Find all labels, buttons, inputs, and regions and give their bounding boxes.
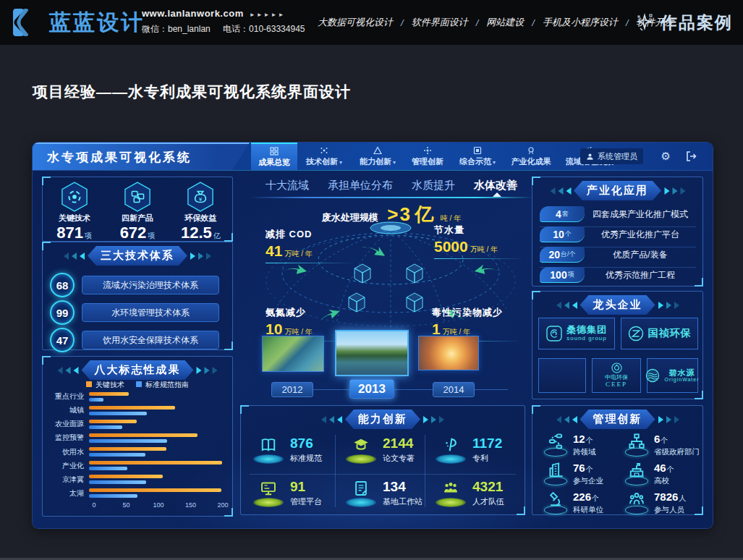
logo-text: 蓝蓝设计 — [49, 8, 145, 38]
capability-panel: 能力创新 876标准规范 2144论文专著 1172专利 — [240, 405, 525, 515]
enterprise-subtitle: OriginWater — [664, 377, 699, 383]
bar-key-tech — [89, 392, 129, 396]
axis-tick: 200 — [217, 501, 228, 509]
logo[interactable]: 蓝蓝设计 — [12, 7, 145, 38]
panel-title: 产业化应用 — [574, 181, 661, 200]
stat-papers: 2144论文专著 — [345, 436, 415, 464]
stat-cross-domain: 12个跨领域 — [544, 433, 596, 457]
chart-x-axis: 050100150200 — [94, 501, 223, 510]
patent-icon — [443, 437, 459, 453]
logout-icon[interactable] — [685, 150, 697, 162]
website: www.lanlanwork.com — [142, 8, 244, 19]
cases-button[interactable]: 作品案例 — [636, 0, 733, 45]
tab-label: 产业化成果 — [511, 156, 551, 167]
achievements-chart-panel: 八大标志性成果 关键技术 标准规范指南 重点行业城镇农业面源监控预警饮用水产业化… — [42, 356, 233, 517]
tab-label: 成果总览 — [258, 157, 290, 168]
metric-label: 毒性污染物减少 — [432, 306, 519, 319]
legend-swatch-standards — [136, 381, 142, 387]
kpi-value: 672 — [120, 224, 147, 242]
tab-industrialization[interactable]: 产业化成果 — [504, 143, 558, 170]
capability-stat-value: 134 — [383, 480, 423, 493]
site-nav: 大数据可视化设计 / 软件界面设计 / 网站建设 / 手机及小程序设计 / 软件… — [316, 0, 676, 45]
panel-header: 管理创新 — [556, 410, 679, 429]
bar-standards — [89, 412, 147, 415]
row-label: 优秀示范推广工程 — [585, 269, 696, 281]
nav-item-software-ui[interactable]: 软件界面设计 — [410, 16, 470, 29]
tab-label: 综合示范 — [459, 157, 491, 166]
capability-stat-label: 基地工作站 — [383, 496, 423, 507]
tech-system-label[interactable]: 流域水污染治理技术体系 — [82, 276, 219, 294]
tab-management-innovation[interactable]: 管理创新 — [404, 143, 451, 170]
capability-stat-value: 91 — [290, 480, 322, 493]
phone-label: 电话：010-63334945 — [223, 24, 305, 34]
industrialization-row: 10个 优秀产业化推广平台 — [540, 226, 696, 247]
year-button-2014[interactable]: 2014 — [433, 382, 475, 397]
nav-item-website[interactable]: 网站建设 — [485, 16, 525, 29]
workflow-icon — [548, 433, 564, 449]
axis-tick: 150 — [185, 501, 196, 509]
user-chip[interactable]: 系统管理员 — [580, 148, 643, 164]
chart-row: 重点行业 — [48, 391, 228, 402]
wechat-label: 微信：ben_lanlan — [142, 24, 211, 34]
nav-separator: / — [619, 17, 635, 28]
tab-comprehensive-demo[interactable]: 综合示范▾ — [451, 143, 504, 170]
logo-ceep: 中电环保 CEEP — [592, 358, 641, 393]
logo-originwater: 碧水源OriginWater — [647, 358, 698, 393]
tab-label: 管理创新 — [412, 156, 443, 167]
kpi-label: 关键技术 — [59, 213, 90, 224]
metric-label: 减排 COD — [266, 228, 352, 241]
legend-label: 关键技术 — [95, 381, 124, 389]
metric-label: 氨氮减少 — [266, 306, 352, 319]
stat-label: 省级政府部门 — [654, 447, 700, 457]
panel-title: 能力创新 — [345, 410, 420, 429]
page: 蓝蓝设计 www.lanlanwork.com►►►►► 微信：ben_lanl… — [0, 0, 743, 560]
tech-system-label[interactable]: 饮用水安全保障技术体系 — [82, 331, 219, 349]
capability-stat-value: 2144 — [383, 436, 415, 450]
year-button-2013[interactable]: 2013 — [349, 379, 394, 399]
tab-ten-basins[interactable]: 十大流域 — [266, 179, 309, 192]
capability-stat-label: 人才队伍 — [472, 496, 504, 507]
achievements-chart-rows: 重点行业城镇农业面源监控预警饮用水产业化京津冀太湖 — [48, 391, 228, 499]
panel-title: 龙头企业 — [580, 295, 655, 315]
tab-capability-innovation[interactable]: 能力创新▾ — [351, 143, 404, 170]
chart-category-label: 饮用水 — [48, 447, 89, 457]
lanlan-logo-icon — [12, 7, 43, 38]
year-button-2012[interactable]: 2012 — [271, 382, 313, 397]
bar-key-tech — [89, 406, 175, 410]
industrialization-panel: 产业化应用 4套 四套成果产业化推广模式 10个 优秀产业化推广平台 20台/个… — [532, 177, 703, 287]
nav-separator: / — [394, 17, 410, 28]
tech-system-label[interactable]: 水环境管理技术体系 — [82, 303, 219, 322]
tab-tech-innovation[interactable]: 技术创新▾ — [297, 143, 351, 170]
management-panel: 管理创新 12个跨领域 6个省级政府部门 76个参与企业 46个高校 2 — [532, 405, 703, 515]
chart-row: 城镇 — [48, 405, 228, 415]
ceep-logo-icon — [611, 362, 622, 373]
axis-tick: 0 — [92, 501, 95, 509]
center-tabs: 十大流域 承担单位分布 水质提升 水体改善 — [250, 179, 533, 192]
stat-standards: 876标准规范 — [252, 436, 322, 464]
settings-gear-icon[interactable]: ⚙ — [661, 149, 671, 164]
metric-unit: 万吨 / 年 — [443, 328, 470, 336]
money-bag-icon: ¥ — [187, 182, 214, 212]
count-badge: 68 — [50, 273, 75, 297]
tab-water-improvement[interactable]: 水体改善 — [474, 179, 517, 192]
kpi-unit: 项 — [85, 232, 92, 239]
stat-platforms: 91管理平台 — [252, 480, 322, 507]
tab-unit-distribution[interactable]: 承担单位分布 — [328, 179, 393, 192]
photo-2012 — [262, 336, 324, 372]
user-name: 系统管理员 — [598, 151, 637, 162]
arrows-decoration: ►►►►► — [250, 12, 286, 18]
bar-standards — [89, 467, 127, 470]
tab-water-quality[interactable]: 水质提升 — [412, 179, 455, 192]
tab-overview[interactable]: 成果总览 — [251, 143, 297, 170]
photo-2013 — [335, 330, 409, 376]
cases-label: 作品案例 — [661, 12, 733, 34]
stat-label: 高校 — [654, 476, 674, 486]
nav-item-mobile[interactable]: 手机及小程序设计 — [541, 16, 619, 29]
kpi-key-tech: 关键技术 871项 — [43, 177, 106, 241]
nav-item-bigdata[interactable]: 大数据可视化设计 — [316, 16, 394, 29]
metric-value: 10 — [266, 321, 282, 337]
panel-header: 能力创新 — [321, 410, 444, 429]
dashboard-title: 水专项成果可视化系统 — [33, 143, 250, 170]
chart-category-label: 重点行业 — [48, 391, 89, 402]
logo-empty — [538, 358, 586, 393]
